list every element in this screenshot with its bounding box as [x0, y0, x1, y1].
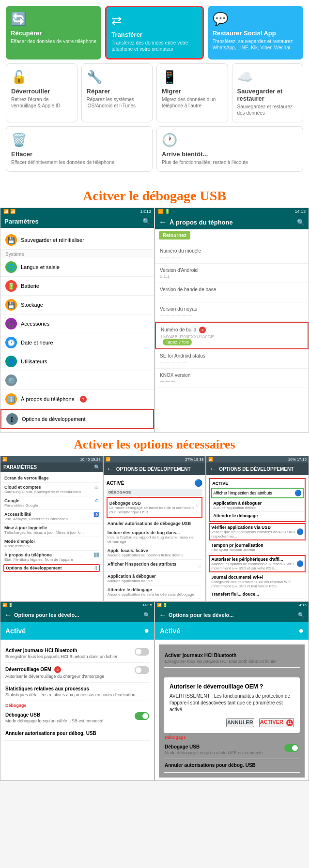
right-verifier-toggle[interactable]: 🔵 — [296, 528, 304, 535]
bottom-right-search[interactable]: 🔍 — [298, 612, 305, 618]
card-sauvegarder[interactable]: ☁️ Sauvegarder et restaurer Sauvegardez … — [232, 63, 304, 122]
about-status-icons: 📶 🔋 — [158, 209, 170, 214]
dev-left-search[interactable]: 🔍 — [94, 464, 100, 470]
access-sub: Vue, Analyse, Dextérité et interaction — [4, 517, 93, 521]
settings-item-sauvegarder[interactable]: 💾 Sauvegarder et réinitialiser — [0, 231, 154, 250]
card-transferer[interactable]: ⇄ Transférer Transférez des données entr… — [105, 6, 203, 60]
card-migrer[interactable]: 📱 Migrer Migrez des données d'un télépho… — [156, 63, 228, 122]
right-attendre-item[interactable]: Attendre le débogage — [211, 512, 304, 520]
hci-toggle[interactable] — [135, 648, 149, 656]
bottom-right-hci-item[interactable]: Activer journaux HCI Bluetooth Enregistr… — [164, 649, 300, 668]
bottom-left-back[interactable]: ← — [4, 611, 12, 619]
dev-mid-attendre[interactable]: Attendre le débogage Aucune application … — [107, 585, 203, 599]
settings-item-utilisateurs[interactable]: 👤 Utilisateurs — [0, 352, 154, 371]
bottom-usb-item[interactable]: Débogage USB Mode débogage lorsqu'un câb… — [4, 709, 150, 727]
dev-mid-appli-deb[interactable]: Application à déboguer Aucune applicatio… — [107, 572, 203, 585]
active-label-mid: ACTIVÉ — [107, 480, 124, 486]
settings-item-accessories[interactable]: 🎧 Accessories — [0, 314, 154, 333]
dev-right-back[interactable]: ← — [209, 464, 217, 473]
oem-toggle[interactable] — [135, 666, 149, 674]
card-effacer[interactable]: 🗑️ Effacer Effacer définitivement les do… — [6, 126, 153, 172]
right-usb-title: Débogage USB — [165, 744, 263, 749]
dev-right-content: ACTIVÉ Afficher l'inspection des attribu… — [206, 475, 309, 600]
reparer-title: Réparer — [87, 88, 110, 95]
card-deverrouiller[interactable]: 🔓 Déverrouiller Retirez l'écran de verro… — [6, 63, 77, 122]
bottom-hci-item[interactable]: Activer journaux HCI Bluetooth Enregistr… — [4, 644, 150, 663]
right-tampon-item[interactable]: Tampon pr journalisation Chk by-far Tamp… — [209, 541, 306, 554]
right-appli-item[interactable]: Application à déboguer Aucune applicatio… — [211, 499, 304, 512]
dev-mid-annuler[interactable]: Annuler autorisations de débogage USB — [107, 519, 203, 528]
right-transfert-item[interactable]: Transfert flui... douce... — [209, 590, 306, 599]
settings-item-secret[interactable]: ⚙️ —————————— — [0, 371, 154, 390]
effacer-title: Effacer — [11, 150, 32, 158]
dev-left-item-maj[interactable]: Mise à jour logicielle Téléchargez les m… — [3, 524, 100, 537]
dialog-body: AVERTISSEMENT : Les fonctionnalités de p… — [170, 693, 294, 713]
dialog-cancel-button[interactable]: ANNULER — [226, 718, 254, 727]
appli-title: Appli. locals. fictive — [108, 548, 202, 553]
dialog-confirm-button[interactable]: ACTIVER 11 — [259, 718, 294, 727]
right-verifier-item[interactable]: Vérifier applications via USB Vérifier q… — [209, 523, 306, 540]
afficher-toggle[interactable]: ○ — [198, 562, 201, 569]
about-search-icon[interactable]: 🔍 — [297, 219, 305, 226]
settings-item-langue[interactable]: 🌐 Langue et saisie — [0, 258, 154, 277]
utilisateurs-icon: 👤 — [5, 356, 17, 367]
about-title: À propos du téphone — [170, 219, 294, 226]
right-autoriser-toggle[interactable]: 🔵 — [296, 560, 304, 567]
dev-left-item-access[interactable]: Accessibilité Vue, Analyse, Dextérité et… — [3, 510, 100, 524]
usb-title: Débogage USB — [5, 712, 103, 718]
bottom-oem-item[interactable]: Déverrouillage OEM 2 Autoriser le déverr… — [4, 663, 150, 683]
dev-left-item-cloud[interactable]: Cloud et comptes Samsung Cloud, Sauvegar… — [3, 483, 100, 496]
cloud-icon: ☁️ — [93, 485, 99, 490]
dialog-title: Autoriser le déverrouillage OEM ? — [170, 683, 294, 690]
sauvegarder-icon: ☁️ — [237, 70, 253, 85]
debug-usb-toggle[interactable]: ○ — [196, 501, 200, 509]
bottom-stats-item[interactable]: Statistiques relatives aux processus Sta… — [4, 683, 150, 701]
settings-item-stockage[interactable]: 💾 Stockage — [0, 296, 154, 314]
dev-left-status: 📶 10:45 19:28 — [0, 456, 103, 463]
settings-item-options-dev[interactable]: {} Options de développement — [0, 409, 154, 429]
dev-left-item-devopt[interactable]: Options de développement {} — [3, 564, 100, 572]
right-usb-toggle[interactable] — [284, 744, 299, 752]
bientot-icon: 🕐 — [162, 133, 177, 148]
dev-left-item-ecran[interactable]: Écran de verrouillage — [3, 474, 100, 483]
right-afficher-toggle[interactable]: 🔵 — [294, 490, 302, 496]
cards-row-2: 🔓 Déverrouiller Retirez l'écran de verro… — [6, 63, 303, 122]
secret-label: —————————— — [21, 377, 74, 383]
settings-status-bar: 📶 📶 14:13 — [0, 208, 154, 215]
dev-left-item-google[interactable]: Google Paramètres Google G — [3, 496, 100, 510]
settings-search-icon[interactable]: 🔍 — [142, 218, 150, 225]
back-icon[interactable]: ← — [159, 218, 167, 226]
bottom-left-search[interactable]: 🔍 — [143, 612, 150, 618]
dev-mid-afficher[interactable]: Afficher l'inspection des attributs ○ — [107, 560, 203, 572]
about-item-build[interactable]: Numéro de build 4 LMY48B.J700FXXU1A0GE T… — [155, 322, 309, 349]
bottom-annuler-item[interactable]: Annuler autorisations pour débog. USB — [4, 727, 150, 741]
dev-mid-back[interactable]: ← — [107, 464, 114, 473]
bottom-right-annuler-item[interactable]: Annuler autorisations pour débog. USB — [164, 759, 300, 773]
bottom-right-usb-item[interactable]: Débogage USB Mode débogage lorsqu'un câb… — [164, 741, 300, 759]
cloud-title: Cloud et comptes — [4, 485, 93, 490]
bottom-right-back[interactable]: ← — [159, 611, 167, 619]
dev-mid-time: 27% 19:38 — [185, 457, 203, 462]
dev-mid-inclure[interactable]: Inclure des rapports de bug dans... Incl… — [107, 528, 203, 546]
active-toggle-right[interactable]: ● — [298, 626, 304, 636]
card-reparer[interactable]: 🔧 Réparer Réparez les systèmes iOS/Andro… — [81, 63, 153, 122]
bottom-debug-label: Débogage — [4, 701, 150, 709]
settings-item-date[interactable]: 🕐 Date et heure — [0, 333, 154, 352]
dev-left-item-apropos[interactable]: À propos du téléphone État, Mentions lég… — [3, 551, 100, 564]
dev-left-item-emploi[interactable]: Mode d'emploi Mode d'emploi — [3, 537, 100, 551]
right-afficher-item[interactable]: Afficher l'inspection des attributs 🔵 — [211, 488, 304, 498]
right-autoriser-item[interactable]: Autoriser les périphériques d'affi... Af… — [209, 555, 306, 572]
settings-item-batterie[interactable]: 🔋 Batterie — [0, 277, 154, 296]
right-journal-item[interactable]: Journal documenté Wi-Fi Enregistrez des … — [209, 573, 306, 590]
active-toggle-left[interactable]: ● — [144, 626, 149, 636]
settings-item-apropos[interactable]: ℹ️ À propos du téléphone 7 — [0, 390, 154, 409]
dev-mid-appli[interactable]: Appli. locals. fictive Aucune applicatio… — [107, 546, 203, 560]
date-label: Date et heure — [21, 340, 53, 345]
debug-usb-item[interactable]: Débogage USB Le mode débogage se lance l… — [107, 497, 203, 518]
card-restaurer[interactable]: 💬 Restaurer Social App Transférez, sauve… — [208, 6, 303, 60]
active-toggle-mid[interactable]: 🔵 — [194, 479, 202, 487]
stats-sub: Statistiques détaillées relatives aux pr… — [5, 692, 149, 697]
usb-toggle[interactable] — [135, 712, 149, 720]
cards-row-1: 🔄 Récupérer Effacer des données de votre… — [6, 6, 303, 60]
card-recuperer[interactable]: 🔄 Récupérer Effacer des données de votre… — [6, 6, 101, 60]
